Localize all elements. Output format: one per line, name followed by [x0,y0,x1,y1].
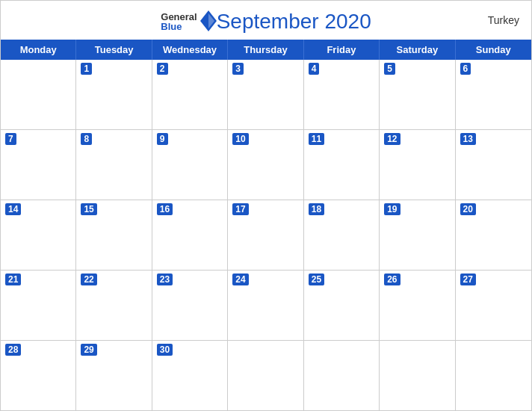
calendar-grid: 1234567891011121314151617181920212223242… [1,60,531,410]
day-cell: 15 [76,200,152,270]
date-number: 17 [232,203,248,215]
day-cell [228,341,303,410]
day-cell: 16 [152,200,228,270]
day-cell: 9 [152,130,228,200]
date-number: 25 [309,274,324,285]
date-number: 18 [309,203,324,215]
date-number: 5 [384,63,395,75]
week-row-3: 14151617181920 [1,200,531,271]
date-number: 8 [81,133,92,145]
day-cell: 23 [152,271,228,340]
day-cell: 29 [76,341,152,410]
date-number: 9 [157,133,168,145]
day-cell: 18 [304,200,380,270]
week-row-4: 21222324252627 [1,271,531,341]
date-number: 29 [81,344,96,356]
day-cell: 4 [304,60,380,129]
day-cell: 14 [1,200,76,270]
week-row-1: 123456 [1,60,531,130]
day-cell: 22 [76,271,152,340]
date-number: 14 [5,203,21,215]
day-header-sunday: Sunday [456,40,531,60]
date-number: 7 [5,133,16,145]
date-number: 10 [232,133,248,145]
day-cell: 11 [304,130,380,200]
date-number: 30 [157,344,173,356]
logo: General Blue [161,12,216,31]
day-cell: 3 [228,60,303,129]
day-cell: 25 [304,271,380,340]
date-number: 6 [460,63,471,75]
day-cell: 27 [456,271,531,340]
logo-blue: Blue [161,22,197,31]
day-cell: 8 [76,130,152,200]
date-number: 12 [384,133,400,145]
date-number: 11 [309,133,324,145]
day-cell: 12 [380,130,455,200]
week-row-5: 282930 [1,341,531,410]
day-cell: 1 [76,60,152,129]
day-headers: Monday Tuesday Wednesday Thursday Friday… [1,40,531,60]
day-cell: 24 [228,271,303,340]
day-cell: 19 [380,200,455,270]
day-cell [380,341,455,410]
date-number: 20 [460,203,476,215]
day-header-wednesday: Wednesday [152,40,228,60]
day-cell: 7 [1,130,76,200]
day-cell: 30 [152,341,228,410]
day-cell: 17 [228,200,303,270]
date-number: 22 [81,274,96,285]
day-cell: 5 [380,60,455,129]
logo-icon [200,10,217,31]
date-number: 1 [81,63,92,75]
day-cell [1,60,76,129]
day-header-friday: Friday [304,40,380,60]
date-number: 24 [232,274,248,285]
day-header-saturday: Saturday [380,40,455,60]
date-number: 4 [309,63,320,75]
date-number: 21 [5,274,21,285]
date-number: 27 [460,274,476,285]
date-number: 28 [5,344,21,356]
date-number: 15 [81,203,96,215]
day-cell: 26 [380,271,455,340]
date-number: 19 [384,203,400,215]
day-cell: 28 [1,341,76,410]
country-label: Turkey [488,14,519,26]
day-header-monday: Monday [1,40,76,60]
day-cell: 10 [228,130,303,200]
day-header-thursday: Thursday [228,40,303,60]
day-cell: 6 [456,60,531,129]
day-header-tuesday: Tuesday [76,40,152,60]
day-cell: 21 [1,271,76,340]
week-row-2: 78910111213 [1,130,531,200]
date-number: 3 [232,63,244,75]
date-number: 23 [157,274,173,285]
calendar-title: September 2020 [217,10,371,34]
logo-text-block: General Blue [161,12,197,31]
date-number: 26 [384,274,400,285]
calendar-container: General Blue September 2020 Turkey Monda… [0,0,532,411]
date-number: 2 [157,63,168,75]
day-cell: 20 [456,200,531,270]
day-cell: 2 [152,60,228,129]
date-number: 13 [460,133,476,145]
day-cell [456,341,531,410]
day-cell: 13 [456,130,531,200]
day-cell [304,341,380,410]
calendar-header: General Blue September 2020 Turkey [1,1,531,40]
date-number: 16 [157,203,173,215]
